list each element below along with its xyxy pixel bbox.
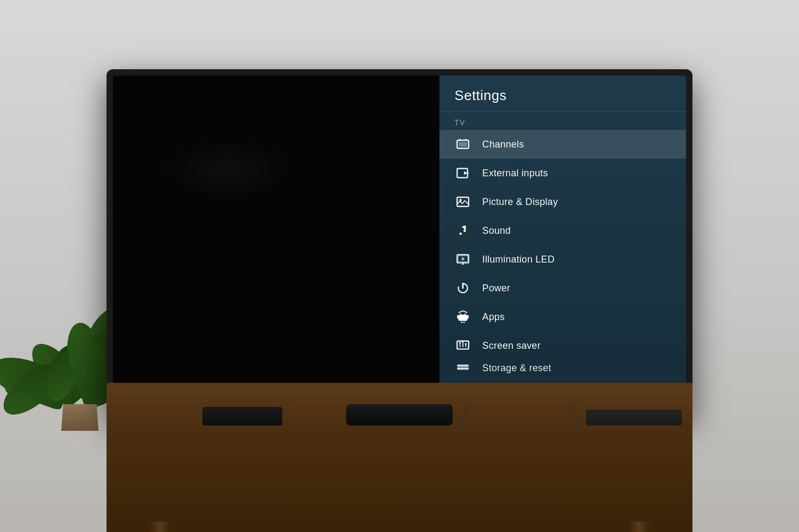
svg-rect-28 — [457, 367, 469, 370]
tv-screen: Settings TV Channels — [113, 76, 686, 389]
table-leg-right — [629, 521, 650, 532]
menu-item-sound[interactable]: Sound — [439, 216, 686, 245]
menu-label-channels: Channels — [482, 139, 524, 150]
tv-frame: Settings TV Channels — [107, 69, 692, 415]
menu-label-power: Power — [482, 283, 510, 294]
menu-label-external-inputs: External inputs — [482, 168, 548, 179]
menu-item-picture-display[interactable]: Picture & Display — [439, 187, 686, 216]
svg-rect-21 — [461, 322, 462, 323]
svg-point-25 — [462, 341, 464, 342]
apps-icon — [454, 308, 471, 325]
menu-item-storage-reset-partial[interactable]: Storage & reset — [439, 360, 686, 376]
tv-black-panel — [113, 76, 439, 389]
tv-icon — [454, 136, 471, 153]
screensaver-icon — [454, 337, 471, 354]
svg-point-15 — [464, 314, 466, 315]
svg-point-9 — [462, 263, 464, 265]
svg-point-24 — [459, 342, 461, 343]
svg-rect-3 — [459, 142, 467, 147]
input-icon — [454, 165, 471, 182]
menu-label-screen-saver: Screen saver — [482, 340, 541, 351]
device-right — [586, 410, 682, 425]
sound-icon — [454, 222, 471, 239]
device-left — [202, 407, 282, 425]
svg-rect-20 — [467, 315, 469, 319]
menu-label-sound: Sound — [482, 225, 511, 236]
settings-title: Settings — [454, 87, 671, 104]
menu-item-power[interactable]: Power — [439, 274, 686, 302]
svg-rect-27 — [457, 365, 469, 367]
svg-rect-19 — [457, 315, 459, 319]
menu-label-picture-display: Picture & Display — [482, 197, 558, 208]
svg-point-26 — [465, 343, 467, 345]
menu-item-screen-saver[interactable]: Screen saver — [439, 331, 686, 360]
menu-label-storage-reset: Storage & reset — [482, 363, 551, 374]
menu-label-illumination-led: Illumination LED — [482, 254, 555, 265]
power-icon — [454, 280, 471, 297]
picture-icon — [454, 193, 471, 210]
menu-item-channels[interactable]: Channels — [439, 130, 686, 159]
menu-item-apps[interactable]: Apps — [439, 302, 686, 331]
section-label-tv: TV — [439, 112, 686, 130]
panel-glare — [162, 138, 292, 201]
svg-point-14 — [460, 314, 461, 315]
settings-header: Settings — [439, 76, 686, 112]
svg-point-11 — [462, 257, 464, 260]
menu-item-external-inputs[interactable]: External inputs — [439, 159, 686, 187]
settings-panel: Settings TV Channels — [439, 76, 686, 389]
svg-rect-18 — [459, 315, 468, 321]
menu-item-illumination-led[interactable]: Illumination LED — [439, 245, 686, 274]
svg-line-17 — [467, 312, 468, 313]
menu-label-apps: Apps — [482, 312, 504, 323]
device-center — [346, 404, 453, 425]
settings-menu: Channels External inputs — [439, 130, 686, 360]
svg-rect-22 — [463, 322, 464, 323]
svg-line-16 — [459, 312, 460, 313]
led-icon — [454, 251, 471, 268]
table-leg-left — [149, 521, 170, 532]
storage-icon — [454, 360, 471, 376]
